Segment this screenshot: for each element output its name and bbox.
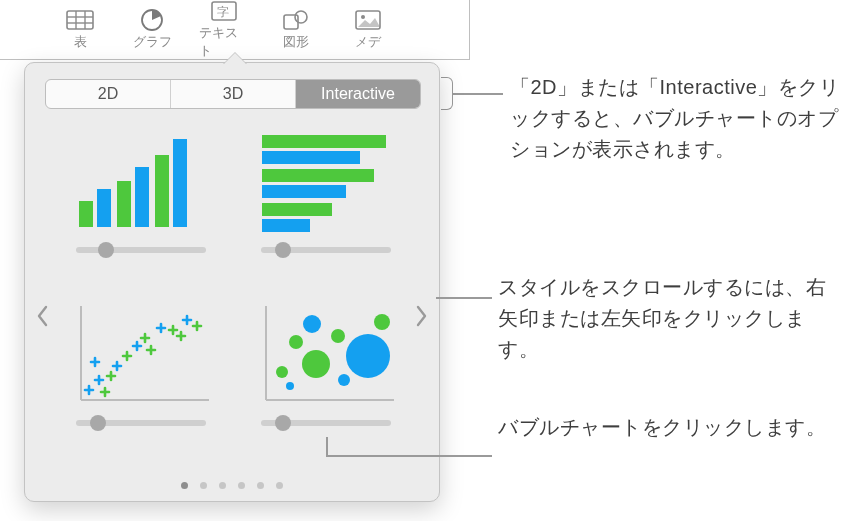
svg-rect-18 xyxy=(262,135,386,148)
bubble-chart-preview xyxy=(256,302,396,406)
svg-point-66 xyxy=(374,314,390,330)
insert-toolbar: 表 グラフ 字 テキスト 図形 メデ xyxy=(0,0,470,60)
svg-rect-14 xyxy=(117,181,131,227)
svg-point-9 xyxy=(295,11,307,23)
slider-thumb[interactable] xyxy=(275,242,291,258)
toolbar-label: 図形 xyxy=(283,33,309,51)
svg-rect-22 xyxy=(262,203,332,216)
chart-style-grid xyxy=(61,129,405,449)
svg-point-65 xyxy=(346,334,390,378)
style-slider[interactable] xyxy=(76,247,206,253)
svg-point-64 xyxy=(338,374,350,386)
svg-rect-0 xyxy=(67,11,93,29)
toolbar-label: 表 xyxy=(74,33,87,51)
svg-point-59 xyxy=(289,335,303,349)
svg-point-60 xyxy=(286,382,294,390)
page-dot[interactable] xyxy=(238,482,245,489)
callout-leader xyxy=(436,297,492,299)
svg-rect-13 xyxy=(97,189,111,227)
svg-point-62 xyxy=(302,350,330,378)
svg-rect-15 xyxy=(135,167,149,227)
svg-rect-21 xyxy=(262,185,346,198)
annotation-3: バブルチャートをクリックします。 xyxy=(498,412,828,443)
media-icon xyxy=(353,9,383,31)
toolbar-label: グラフ xyxy=(133,33,172,51)
chart-option-column[interactable] xyxy=(61,129,220,276)
chevron-right-icon[interactable] xyxy=(411,298,433,334)
annotation-2: スタイルをスクロールするには、右矢印または左矢印をクリックします。 xyxy=(498,272,838,365)
segment-2d[interactable]: 2D xyxy=(46,80,171,108)
page-dot[interactable] xyxy=(257,482,264,489)
segment-3d[interactable]: 3D xyxy=(171,80,296,108)
chart-option-bar[interactable] xyxy=(246,129,405,276)
segment-interactive[interactable]: Interactive xyxy=(296,80,420,108)
callout-bracket xyxy=(441,77,453,110)
chart-type-segmented: 2D 3D Interactive xyxy=(45,79,421,109)
slider-thumb[interactable] xyxy=(275,415,291,431)
chart-option-bubble[interactable] xyxy=(246,302,405,449)
toolbar-label: メデ xyxy=(355,33,381,51)
column-chart-preview xyxy=(71,129,211,233)
svg-point-63 xyxy=(331,329,345,343)
toolbar-item-chart[interactable]: グラフ xyxy=(127,9,177,51)
style-slider[interactable] xyxy=(261,420,391,426)
toolbar-item-shape[interactable]: 図形 xyxy=(271,9,321,51)
slider-thumb[interactable] xyxy=(98,242,114,258)
callout-leader xyxy=(326,437,328,455)
chevron-left-icon[interactable] xyxy=(31,298,53,334)
page-dot[interactable] xyxy=(276,482,283,489)
chart-option-scatter[interactable] xyxy=(61,302,220,449)
chart-picker-popover: 2D 3D Interactive xyxy=(24,62,440,502)
toolbar-item-text[interactable]: 字 テキスト xyxy=(199,0,249,60)
toolbar-item-media[interactable]: メデ xyxy=(343,9,393,51)
bar-chart-preview xyxy=(256,129,396,233)
chart-pie-icon xyxy=(137,9,167,31)
svg-point-61 xyxy=(303,315,321,333)
text-icon: 字 xyxy=(209,0,239,22)
shape-icon xyxy=(281,9,311,31)
scatter-chart-preview xyxy=(71,302,211,406)
svg-point-58 xyxy=(276,366,288,378)
svg-rect-16 xyxy=(155,155,169,227)
svg-point-11 xyxy=(361,15,365,19)
svg-text:字: 字 xyxy=(217,5,229,19)
svg-rect-23 xyxy=(262,219,310,232)
page-dot[interactable] xyxy=(181,482,188,489)
callout-leader xyxy=(453,93,503,95)
svg-rect-20 xyxy=(262,169,374,182)
style-slider[interactable] xyxy=(261,247,391,253)
page-dots xyxy=(25,482,439,489)
style-slider[interactable] xyxy=(76,420,206,426)
svg-rect-17 xyxy=(173,139,187,227)
toolbar-item-table[interactable]: 表 xyxy=(55,9,105,51)
page-dot[interactable] xyxy=(200,482,207,489)
table-icon xyxy=(65,9,95,31)
svg-rect-12 xyxy=(79,201,93,227)
svg-rect-8 xyxy=(284,15,298,29)
annotation-1: 「2D」または「Interactive」をクリックすると、バブルチャートのオプシ… xyxy=(510,72,840,165)
slider-thumb[interactable] xyxy=(90,415,106,431)
page-dot[interactable] xyxy=(219,482,226,489)
callout-leader xyxy=(326,455,492,457)
svg-rect-19 xyxy=(262,151,360,164)
